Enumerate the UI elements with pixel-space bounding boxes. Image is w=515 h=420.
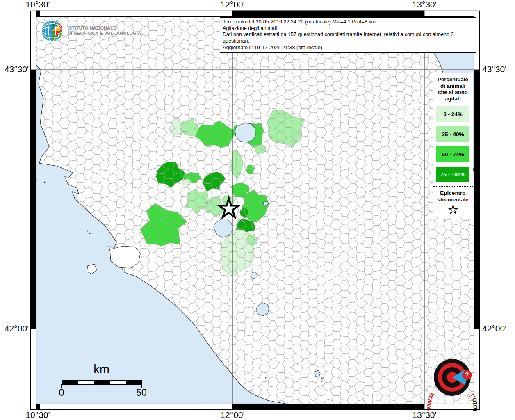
legend-title: Percentuale di animali che si sono agita…: [436, 76, 469, 102]
legend-class-0-24: 0 - 24%: [436, 106, 469, 122]
legend-title-line: Percentuale: [436, 76, 469, 83]
scalebar-end-label: 50: [133, 387, 150, 398]
islet-dot: [87, 230, 88, 231]
coord-label-left-upper: 43°30': [0, 65, 29, 74]
ingv-globe-icon: [40, 19, 64, 43]
ingv-logo: ISTITUTO NAZIONALE DI GEOFISICA E VULCAN…: [40, 19, 141, 43]
svg-text:?: ?: [465, 372, 469, 379]
coord-label-top-center: 12°00': [220, 0, 244, 9]
legend-title-line: di animali: [436, 83, 469, 89]
islet-dot: [44, 181, 45, 183]
coord-label-right-lower: 42°00': [482, 324, 506, 333]
coord-label-top-right: 13°30': [412, 0, 436, 9]
legend-title-line: agitati: [436, 96, 469, 102]
scalebar-start-label: 0: [53, 387, 70, 398]
macroseismic-map-page: 10°30' 12°00' 13°30' 10°30' 12°00' 13°30…: [0, 0, 515, 420]
islet-dot: [265, 377, 266, 378]
event-data-line: Dati non verificati estratti da 157 ques…: [223, 32, 473, 44]
lake-nemi: [321, 378, 324, 381]
event-updated-line: Aggiornato il: 19-12-2025 21:38 (ora loc…: [223, 45, 473, 51]
legend-epicenter-line: Epicentro: [436, 190, 469, 196]
ingv-line1: ISTITUTO NAZIONALE: [68, 25, 141, 31]
legend-box: Percentuale di animali che si sono agita…: [433, 73, 473, 217]
coord-label-top-left: 10°30': [25, 0, 50, 9]
legend-divider: [433, 186, 473, 187]
islet-dot: [89, 233, 90, 234]
coord-label-right-upper: 43°30': [482, 65, 506, 74]
legend-class-75-100: 75 - 100%: [436, 167, 469, 182]
legend-class-25-49: 25 - 49%: [436, 126, 469, 142]
ingv-logo-text: ISTITUTO NAZIONALE DI GEOFISICA E VULCAN…: [68, 25, 141, 37]
legend-title-line: che si sono: [436, 89, 469, 96]
event-title-line: Terremoto del 30-05-2016 22:24:20 (ora l…: [223, 19, 473, 25]
legend-epicenter-line: strumentale: [436, 196, 469, 203]
coord-label-bottom-left: 10°30': [25, 411, 50, 420]
event-info-box: Terremoto del 30-05-2016 22:24:20 (ora l…: [220, 17, 476, 53]
haisentitoilterremoto-logo: www.haisentitoilterremoto.it ?: [421, 345, 485, 413]
legend-class-50-74: 50 - 74%: [436, 146, 469, 162]
coord-label-bottom-center: 12°00': [220, 411, 244, 420]
scalebar: [62, 380, 142, 385]
epicenter-star-icon: [436, 204, 469, 215]
coord-label-left-lower: 42°00': [0, 324, 29, 333]
ingv-line2: DI GEOFISICA E VULCANOLOGIA: [68, 31, 141, 37]
scalebar-unit-label: km: [62, 363, 141, 376]
event-subject-line: Agitazione degli animali: [223, 25, 473, 32]
legend-epicenter-label: Epicentro strumentale: [436, 190, 469, 203]
